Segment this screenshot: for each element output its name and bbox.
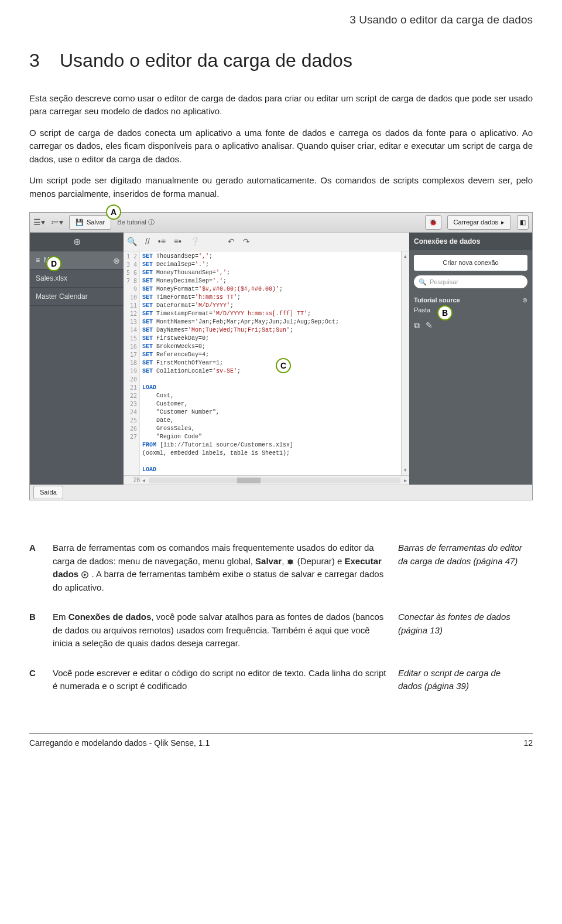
row-text: Barra de ferramentas com os comandos mai…	[53, 536, 398, 605]
footer-page-number: 12	[523, 737, 533, 749]
connections-header: Conexões de dados	[409, 233, 532, 250]
output-bar: Saída	[30, 485, 532, 500]
marker-d: D	[46, 256, 61, 271]
legend-table: A Barra de ferramentas com os comandos m…	[29, 536, 533, 704]
search-icon: 🔍	[419, 277, 427, 287]
section-main[interactable]: ≡ Main ⊗ D	[30, 251, 124, 270]
close-icon[interactable]: ⊗	[113, 255, 120, 267]
save-label: Salvar	[87, 217, 105, 227]
search-icon[interactable]: 🔍	[127, 236, 137, 248]
row-key: C	[29, 661, 53, 704]
svg-point-0	[288, 559, 293, 564]
undo-icon[interactable]: ↶	[228, 236, 235, 248]
sections-panel: ⊕ ≡ Main ⊗ D Sales.xlsx Master Calendar	[30, 233, 124, 485]
output-button[interactable]: Saída	[33, 486, 63, 499]
load-label: Carregar dados	[454, 217, 498, 227]
comment-icon[interactable]: //	[145, 236, 150, 248]
row-text: Você pode escrever e editar o código do …	[53, 661, 398, 704]
indent-icon[interactable]: •≡	[158, 236, 166, 248]
add-section-button[interactable]: ⊕	[30, 233, 124, 251]
vertical-scrollbar[interactable]: ▴▾	[401, 251, 409, 475]
redo-icon[interactable]: ↷	[243, 236, 250, 248]
select-data-icon[interactable]: ⧉	[414, 319, 420, 332]
save-button[interactable]: 💾Salvar	[69, 215, 111, 230]
section-item[interactable]: Sales.xlsx	[30, 270, 124, 288]
help-icon[interactable]: ❔	[190, 236, 200, 248]
code-editor[interactable]: SET ThousandSep=','; SET DecimalSep='.';…	[140, 251, 401, 475]
marker-c: C	[276, 358, 291, 373]
outdent-icon[interactable]: ≡•	[174, 236, 181, 248]
row-ref: Editar o script de carga de dados (págin…	[398, 661, 533, 704]
nav-menu-icon[interactable]: ☰▾	[33, 216, 45, 229]
code-toolbar: 🔍 // •≡ ≡• ❔ ↶ ↷	[124, 233, 409, 251]
global-menu-icon[interactable]: ≔▾	[51, 216, 63, 229]
play-icon	[81, 571, 89, 579]
table-row: B Em Conexões de dados, você pode salvar…	[29, 605, 533, 661]
bug-icon	[286, 558, 294, 566]
connection-item[interactable]: Tutorial source⊗ Pasta ⧉ ✎	[414, 295, 527, 332]
svg-marker-6	[84, 573, 87, 576]
app-name: Be tutorial ⓘ	[117, 217, 155, 227]
table-row: A Barra de ferramentas com os comandos m…	[29, 536, 533, 605]
table-row: C Você pode escrever e editar o código d…	[29, 661, 533, 704]
connection-name: Tutorial source	[414, 295, 460, 305]
page-footer: Carregando e modelando dados - Qlik Sens…	[29, 734, 533, 749]
play-icon: ▸	[501, 217, 505, 227]
section-title: Usando o editor da carga de dados	[60, 46, 352, 74]
connection-type: Pasta	[414, 305, 527, 315]
load-data-button[interactable]: Carregar dados ▸	[447, 215, 511, 230]
section-number: 3	[29, 46, 40, 74]
footer-left: Carregando e modelando dados - Qlik Sens…	[29, 737, 210, 749]
panel-toggle-button[interactable]: ◧	[517, 215, 529, 230]
connections-panel: Conexões de dados Criar nova conexão 🔍Pe…	[409, 233, 532, 485]
row-text: Em Conexões de dados, você pode salvar a…	[53, 605, 398, 661]
paragraph: O script de carga de dados conecta um ap…	[29, 127, 533, 166]
save-icon: 💾	[76, 217, 84, 227]
section-heading: 3 Usando o editor da carga de dados	[29, 46, 533, 74]
edit-icon[interactable]: ✎	[426, 319, 433, 332]
row-key: B	[29, 605, 53, 661]
editor-screenshot: ☰▾ ≔▾ 💾Salvar Be tutorial ⓘ A 🐞 Carregar…	[29, 212, 533, 500]
horizontal-scrollbar[interactable]: 28 ◂▸	[124, 475, 409, 485]
code-panel: 🔍 // •≡ ≡• ❔ ↶ ↷ 1 2 3 4 5 6 7 8 9 10 11…	[124, 233, 409, 485]
new-connection-button[interactable]: Criar nova conexão	[414, 255, 527, 271]
line-gutter: 1 2 3 4 5 6 7 8 9 10 11 12 13 14 15 16 1…	[124, 251, 140, 475]
delete-icon[interactable]: ⊗	[522, 295, 527, 305]
marker-a: A	[106, 204, 121, 220]
marker-b: B	[437, 305, 453, 320]
section-item[interactable]: Master Calendar	[30, 288, 124, 306]
debug-button[interactable]: 🐞	[425, 215, 441, 230]
top-toolbar: ☰▾ ≔▾ 💾Salvar Be tutorial ⓘ A 🐞 Carregar…	[30, 213, 532, 233]
connection-search[interactable]: 🔍Pesquisar	[414, 275, 527, 289]
row-ref: Barras de ferramentas do editor da carga…	[398, 536, 533, 605]
page-header: 3 Usando o editor da carga de dados	[29, 12, 533, 29]
row-key: A	[29, 536, 53, 605]
bug-icon: 🐞	[429, 217, 437, 227]
search-placeholder: Pesquisar	[430, 277, 458, 287]
paragraph: Um script pode ser digitado manualmente …	[29, 174, 533, 200]
row-ref: Conectar às fontes de dados (página 13)	[398, 605, 533, 661]
paragraph: Esta seção descreve como usar o editor d…	[29, 92, 533, 118]
